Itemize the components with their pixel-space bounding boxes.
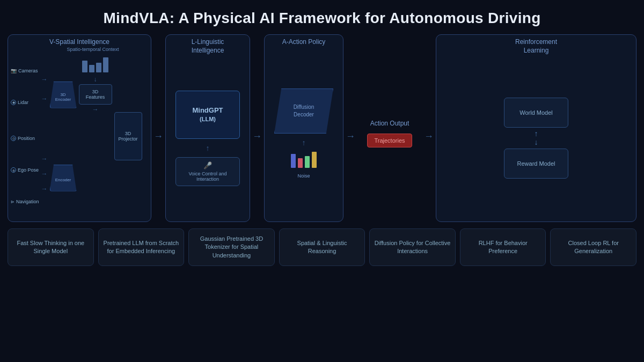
- card-2: Pretrained LLM from Scratch for Embedded…: [98, 228, 185, 266]
- rl-body: World Model ↑ ↓ Reward Model: [439, 58, 633, 218]
- arrow-to-encoder2a: →: [41, 155, 48, 162]
- diagram-area: V-Spatial Intelligence Spatio-temporal C…: [0, 34, 644, 222]
- noise-bar-2: [298, 158, 303, 168]
- input-position: ◎ Position: [11, 136, 35, 141]
- card-5-text: Diffusion Policy for Collective Interact…: [374, 239, 451, 256]
- projector-box: 3DProjector: [114, 112, 142, 160]
- linguistic-body: MindGPT (LLM) ↑ 🎤 Voice Control andInter…: [169, 58, 247, 218]
- noise-bar-1: [291, 154, 296, 168]
- diffusion-decoder: Diffusion Decoder: [274, 88, 333, 134]
- card-4: Spatial & Linguistic Reasoning: [279, 228, 365, 266]
- page-container: MindVLA: A Physical AI Framework for Aut…: [0, 0, 644, 362]
- card-6-text: RLHF for Behavior Preference: [465, 239, 541, 256]
- page-title: MindVLA: A Physical AI Framework for Aut…: [0, 0, 644, 32]
- position-icon: ◎: [11, 136, 16, 141]
- temporal-bar-2: [89, 65, 94, 72]
- arrow-to-projector: →: [92, 106, 99, 113]
- card-7-text: Closed Loop RL for Generalization: [555, 239, 632, 256]
- conn-arrow-1: →: [154, 34, 163, 222]
- arrow-to-encoder2c: →: [41, 185, 48, 193]
- input-cameras: 📷 Cameras: [11, 68, 38, 73]
- temporal-bar-4: [103, 57, 108, 72]
- noise-bar-3: [305, 156, 310, 168]
- rl-down-arrow: ↓: [535, 138, 538, 146]
- card-2-text: Pretrained LLM from Scratch for Embedded…: [103, 239, 180, 256]
- conn-arrow-2: →: [253, 34, 261, 222]
- linguistic-label: L-Linguistic Intelligence: [192, 38, 224, 55]
- temporal-bar-1: [82, 61, 87, 72]
- linguistic-section: L-Linguistic Intelligence MindGPT (LLM) …: [165, 34, 250, 222]
- card-5: Diffusion Policy for Collective Interact…: [369, 228, 456, 266]
- rl-label: Reinforcement Learning: [515, 38, 557, 55]
- action-body: Diffusion Decoder ↑ Noise: [267, 49, 340, 218]
- input-lidar: ◉ Lidar: [11, 100, 28, 105]
- projector-col: 3DProjector: [114, 54, 142, 218]
- encoder2-box: Encoder: [50, 165, 77, 191]
- camera-icon: 📷: [11, 68, 17, 73]
- spatio-sublabel: Spatio-temporal Context: [11, 47, 148, 52]
- reward-model-box: Reward Model: [504, 149, 568, 179]
- inputs-column: 📷 Cameras ◉ Lidar ◎ Position ⊕ Ego Pose: [11, 54, 39, 218]
- input-navigation: ⊳ Navigation: [11, 199, 39, 204]
- action-section: A-Action Policy Diffusion Decoder ↑ Nois…: [264, 34, 343, 222]
- vspatial-label: V-Spatial Intelligence: [11, 38, 148, 46]
- temporal-bar-3: [96, 63, 101, 72]
- card-4-text: Spatial & Linguistic Reasoning: [284, 239, 361, 256]
- encoders-column: 3DEncoder Encoder: [50, 54, 77, 218]
- noise-bar-4: [312, 152, 317, 168]
- voice-box: 🎤 Voice Control andInteraction: [175, 157, 240, 186]
- output-section: Action Output Trajectories: [357, 34, 422, 222]
- bottom-cards: Fast Slow Thinking in one Single Model P…: [0, 224, 644, 266]
- arrow-to-encoder1: →: [41, 76, 48, 83]
- output-label: Action Output: [370, 120, 409, 127]
- mic-icon: 🎤: [203, 161, 212, 169]
- arrow-to-encoder1b: →: [41, 95, 48, 102]
- vspatial-section: V-Spatial Intelligence Spatio-temporal C…: [8, 34, 151, 222]
- rl-section: Reinforcement Learning World Model ↑ ↓ R…: [436, 34, 636, 222]
- voice-arrow: ↑: [206, 144, 210, 152]
- middle-column: ↓ 3DFeatures →: [79, 54, 112, 218]
- action-label: A-Action Policy: [282, 38, 326, 46]
- vspatial-body: 📷 Cameras ◉ Lidar ◎ Position ⊕ Ego Pose: [11, 54, 148, 218]
- rl-up-arrow: ↑: [535, 130, 538, 138]
- rl-arrows: ↑ ↓: [535, 130, 538, 146]
- input-egopose: ⊕ Ego Pose: [11, 167, 39, 173]
- conn-arrow-3: →: [346, 34, 355, 222]
- input-arrows: → → → → →: [41, 54, 48, 218]
- noise-arrow: ↑: [302, 139, 306, 146]
- card-3-text: Gaussian Pretrained 3D Tokenizer for Spa…: [193, 235, 270, 260]
- card-1: Fast Slow Thinking in one Single Model: [8, 228, 94, 266]
- card-6: RLHF for Behavior Preference: [460, 228, 546, 266]
- mindgpt-box: MindGPT (LLM): [175, 91, 240, 139]
- noise-bars: [291, 152, 317, 168]
- navigation-icon: ⊳: [11, 200, 14, 204]
- trajectories-badge: Trajectories: [367, 134, 412, 147]
- noise-label: Noise: [297, 173, 310, 179]
- 3d-encoder-box: 3DEncoder: [50, 82, 77, 108]
- card-3: Gaussian Pretrained 3D Tokenizer for Spa…: [188, 228, 275, 266]
- lidar-icon: ◉: [11, 100, 16, 105]
- card-1-text: Fast Slow Thinking in one Single Model: [12, 239, 89, 256]
- temporal-bars: [82, 57, 108, 72]
- conn-arrow-4: →: [425, 34, 433, 222]
- down-arrow: ↓: [94, 76, 97, 83]
- features-box: 3DFeatures: [79, 84, 112, 105]
- world-model-box: World Model: [504, 98, 568, 128]
- egopose-icon: ⊕: [11, 167, 16, 173]
- arrow-to-encoder2b: →: [41, 170, 48, 178]
- card-7: Closed Loop RL for Generalization: [550, 228, 636, 266]
